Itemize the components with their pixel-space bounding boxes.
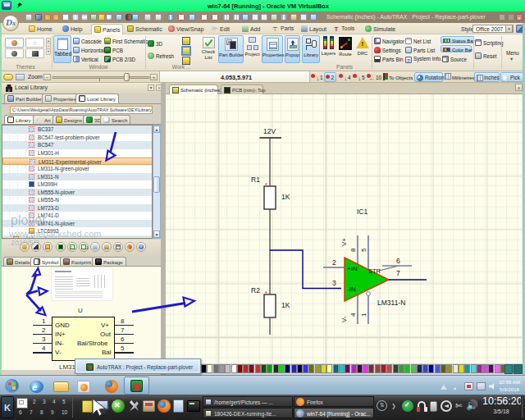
svg-text:7: 7 [396, 269, 400, 277]
svg-text:4: 4 [349, 313, 357, 317]
svg-text:LM311-N: LM311-N [377, 299, 405, 307]
svg-text:1K: 1K [281, 301, 290, 309]
svg-text:2: 2 [332, 258, 336, 267]
svg-text:12V: 12V [263, 127, 276, 135]
svg-text:8: 8 [349, 248, 357, 252]
svg-text:R1: R1 [251, 176, 260, 184]
svg-text:V-: V- [340, 316, 348, 322]
svg-text:3: 3 [332, 279, 336, 287]
svg-text:5: 5 [360, 248, 368, 252]
svg-text:IC1: IC1 [357, 208, 368, 216]
svg-text:-IN: -IN [347, 285, 356, 293]
svg-text:R2: R2 [251, 286, 260, 294]
svg-text:+IN: +IN [347, 265, 358, 272]
svg-text:6: 6 [396, 257, 400, 265]
svg-text:1: 1 [360, 313, 368, 317]
svg-text:V+: V+ [340, 238, 348, 246]
svg-text:1K: 1K [281, 193, 290, 201]
